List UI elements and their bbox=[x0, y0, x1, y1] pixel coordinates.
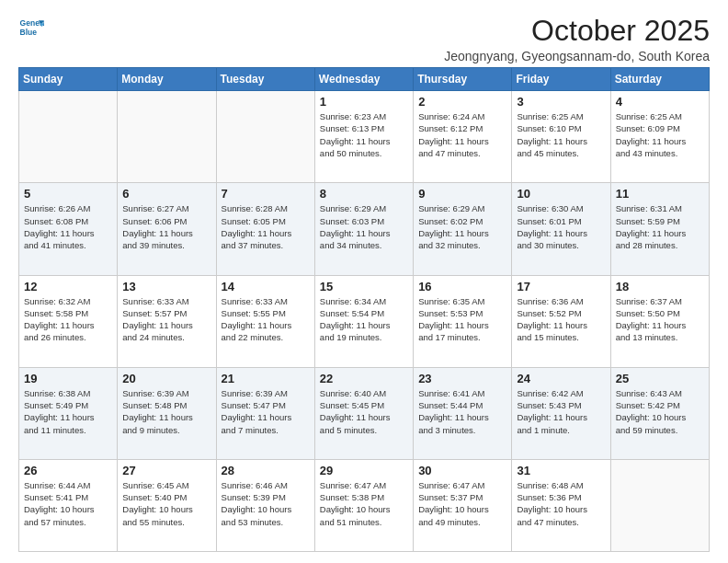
day-info: Sunrise: 6:47 AM Sunset: 5:38 PM Dayligh… bbox=[320, 479, 408, 528]
calendar-cell bbox=[216, 91, 314, 183]
day-info: Sunrise: 6:36 AM Sunset: 5:52 PM Dayligh… bbox=[517, 295, 605, 344]
day-number: 16 bbox=[418, 280, 506, 293]
day-number: 7 bbox=[222, 187, 310, 201]
day-info: Sunrise: 6:41 AM Sunset: 5:44 PM Dayligh… bbox=[418, 387, 506, 436]
calendar-cell: 31Sunrise: 6:48 AM Sunset: 5:36 PM Dayli… bbox=[512, 459, 610, 551]
day-info: Sunrise: 6:42 AM Sunset: 5:43 PM Dayligh… bbox=[517, 387, 605, 436]
calendar-cell: 23Sunrise: 6:41 AM Sunset: 5:44 PM Dayli… bbox=[414, 367, 512, 459]
week-row-1: 1Sunrise: 6:23 AM Sunset: 6:13 PM Daylig… bbox=[19, 91, 710, 183]
day-number: 23 bbox=[418, 372, 506, 385]
day-number: 4 bbox=[616, 95, 704, 109]
calendar: SundayMondayTuesdayWednesdayThursdayFrid… bbox=[18, 67, 710, 552]
day-info: Sunrise: 6:37 AM Sunset: 5:50 PM Dayligh… bbox=[616, 295, 704, 344]
calendar-cell: 27Sunrise: 6:45 AM Sunset: 5:40 PM Dayli… bbox=[118, 459, 216, 551]
calendar-cell: 12Sunrise: 6:32 AM Sunset: 5:58 PM Dayli… bbox=[19, 275, 118, 367]
day-info: Sunrise: 6:32 AM Sunset: 5:58 PM Dayligh… bbox=[24, 295, 112, 344]
day-number: 22 bbox=[320, 372, 408, 385]
weekday-thursday: Thursday bbox=[414, 68, 512, 91]
day-info: Sunrise: 6:29 AM Sunset: 6:03 PM Dayligh… bbox=[320, 202, 408, 251]
day-number: 18 bbox=[616, 280, 704, 293]
title-block: October 2025 Jeongnyang, Gyeongsannam-do… bbox=[444, 15, 710, 63]
day-info: Sunrise: 6:44 AM Sunset: 5:41 PM Dayligh… bbox=[24, 479, 112, 528]
day-number: 19 bbox=[24, 372, 112, 385]
day-number: 28 bbox=[222, 464, 310, 477]
day-number: 21 bbox=[222, 372, 310, 385]
weekday-wednesday: Wednesday bbox=[314, 68, 413, 91]
page: General Blue October 2025 Jeongnyang, Gy… bbox=[0, 0, 728, 563]
calendar-cell bbox=[610, 459, 709, 551]
svg-text:Blue: Blue bbox=[20, 28, 38, 37]
day-info: Sunrise: 6:33 AM Sunset: 5:57 PM Dayligh… bbox=[122, 295, 210, 344]
day-info: Sunrise: 6:48 AM Sunset: 5:36 PM Dayligh… bbox=[517, 479, 605, 528]
logo: General Blue bbox=[18, 15, 44, 40]
day-number: 17 bbox=[517, 280, 605, 293]
calendar-cell: 22Sunrise: 6:40 AM Sunset: 5:45 PM Dayli… bbox=[314, 367, 413, 459]
day-info: Sunrise: 6:24 AM Sunset: 6:12 PM Dayligh… bbox=[418, 110, 506, 159]
calendar-cell: 4Sunrise: 6:25 AM Sunset: 6:09 PM Daylig… bbox=[610, 91, 709, 183]
day-number: 11 bbox=[616, 187, 704, 201]
subtitle: Jeongnyang, Gyeongsannam-do, South Korea bbox=[444, 49, 710, 63]
day-info: Sunrise: 6:31 AM Sunset: 5:59 PM Dayligh… bbox=[616, 202, 704, 251]
day-info: Sunrise: 6:25 AM Sunset: 6:09 PM Dayligh… bbox=[616, 110, 704, 159]
calendar-cell: 5Sunrise: 6:26 AM Sunset: 6:08 PM Daylig… bbox=[19, 183, 118, 275]
day-info: Sunrise: 6:39 AM Sunset: 5:47 PM Dayligh… bbox=[222, 387, 310, 436]
day-number: 1 bbox=[320, 95, 408, 109]
calendar-cell: 24Sunrise: 6:42 AM Sunset: 5:43 PM Dayli… bbox=[512, 367, 610, 459]
day-info: Sunrise: 6:46 AM Sunset: 5:39 PM Dayligh… bbox=[222, 479, 310, 528]
day-number: 24 bbox=[517, 372, 605, 385]
calendar-cell: 19Sunrise: 6:38 AM Sunset: 5:49 PM Dayli… bbox=[19, 367, 118, 459]
calendar-cell: 7Sunrise: 6:28 AM Sunset: 6:05 PM Daylig… bbox=[216, 183, 314, 275]
day-number: 29 bbox=[320, 464, 408, 477]
week-row-5: 26Sunrise: 6:44 AM Sunset: 5:41 PM Dayli… bbox=[19, 459, 710, 551]
week-row-2: 5Sunrise: 6:26 AM Sunset: 6:08 PM Daylig… bbox=[19, 183, 710, 275]
calendar-cell: 18Sunrise: 6:37 AM Sunset: 5:50 PM Dayli… bbox=[610, 275, 709, 367]
day-info: Sunrise: 6:28 AM Sunset: 6:05 PM Dayligh… bbox=[222, 202, 310, 251]
weekday-friday: Friday bbox=[512, 68, 610, 91]
calendar-cell: 20Sunrise: 6:39 AM Sunset: 5:48 PM Dayli… bbox=[118, 367, 216, 459]
calendar-cell bbox=[118, 91, 216, 183]
logo-icon: General Blue bbox=[18, 15, 44, 40]
day-info: Sunrise: 6:30 AM Sunset: 6:01 PM Dayligh… bbox=[517, 202, 605, 251]
day-info: Sunrise: 6:39 AM Sunset: 5:48 PM Dayligh… bbox=[122, 387, 210, 436]
calendar-cell: 8Sunrise: 6:29 AM Sunset: 6:03 PM Daylig… bbox=[314, 183, 413, 275]
calendar-cell: 30Sunrise: 6:47 AM Sunset: 5:37 PM Dayli… bbox=[414, 459, 512, 551]
calendar-cell: 15Sunrise: 6:34 AM Sunset: 5:54 PM Dayli… bbox=[314, 275, 413, 367]
calendar-cell: 11Sunrise: 6:31 AM Sunset: 5:59 PM Dayli… bbox=[610, 183, 709, 275]
day-number: 2 bbox=[418, 95, 506, 109]
calendar-cell: 29Sunrise: 6:47 AM Sunset: 5:38 PM Dayli… bbox=[314, 459, 413, 551]
day-info: Sunrise: 6:34 AM Sunset: 5:54 PM Dayligh… bbox=[320, 295, 408, 344]
day-info: Sunrise: 6:27 AM Sunset: 6:06 PM Dayligh… bbox=[122, 202, 210, 251]
day-info: Sunrise: 6:45 AM Sunset: 5:40 PM Dayligh… bbox=[122, 479, 210, 528]
calendar-cell: 1Sunrise: 6:23 AM Sunset: 6:13 PM Daylig… bbox=[314, 91, 413, 183]
main-title: October 2025 bbox=[444, 15, 710, 47]
day-number: 20 bbox=[122, 372, 210, 385]
week-row-4: 19Sunrise: 6:38 AM Sunset: 5:49 PM Dayli… bbox=[19, 367, 710, 459]
day-info: Sunrise: 6:25 AM Sunset: 6:10 PM Dayligh… bbox=[517, 110, 605, 159]
calendar-cell: 17Sunrise: 6:36 AM Sunset: 5:52 PM Dayli… bbox=[512, 275, 610, 367]
weekday-monday: Monday bbox=[118, 68, 216, 91]
week-row-3: 12Sunrise: 6:32 AM Sunset: 5:58 PM Dayli… bbox=[19, 275, 710, 367]
calendar-cell: 26Sunrise: 6:44 AM Sunset: 5:41 PM Dayli… bbox=[19, 459, 118, 551]
day-number: 14 bbox=[222, 280, 310, 293]
header: General Blue October 2025 Jeongnyang, Gy… bbox=[18, 15, 710, 63]
day-info: Sunrise: 6:26 AM Sunset: 6:08 PM Dayligh… bbox=[24, 202, 112, 251]
day-info: Sunrise: 6:38 AM Sunset: 5:49 PM Dayligh… bbox=[24, 387, 112, 436]
day-info: Sunrise: 6:43 AM Sunset: 5:42 PM Dayligh… bbox=[616, 387, 704, 436]
weekday-header-row: SundayMondayTuesdayWednesdayThursdayFrid… bbox=[19, 68, 710, 91]
day-number: 31 bbox=[517, 464, 605, 477]
day-number: 3 bbox=[517, 95, 605, 109]
calendar-cell: 16Sunrise: 6:35 AM Sunset: 5:53 PM Dayli… bbox=[414, 275, 512, 367]
day-number: 27 bbox=[122, 464, 210, 477]
day-number: 25 bbox=[616, 372, 704, 385]
day-number: 13 bbox=[122, 280, 210, 293]
day-number: 6 bbox=[122, 187, 210, 201]
weekday-saturday: Saturday bbox=[610, 68, 709, 91]
day-number: 5 bbox=[24, 187, 112, 201]
calendar-cell: 10Sunrise: 6:30 AM Sunset: 6:01 PM Dayli… bbox=[512, 183, 610, 275]
calendar-cell: 14Sunrise: 6:33 AM Sunset: 5:55 PM Dayli… bbox=[216, 275, 314, 367]
weekday-sunday: Sunday bbox=[19, 68, 118, 91]
day-info: Sunrise: 6:23 AM Sunset: 6:13 PM Dayligh… bbox=[320, 110, 408, 159]
day-info: Sunrise: 6:35 AM Sunset: 5:53 PM Dayligh… bbox=[418, 295, 506, 344]
calendar-cell: 6Sunrise: 6:27 AM Sunset: 6:06 PM Daylig… bbox=[118, 183, 216, 275]
calendar-cell: 3Sunrise: 6:25 AM Sunset: 6:10 PM Daylig… bbox=[512, 91, 610, 183]
